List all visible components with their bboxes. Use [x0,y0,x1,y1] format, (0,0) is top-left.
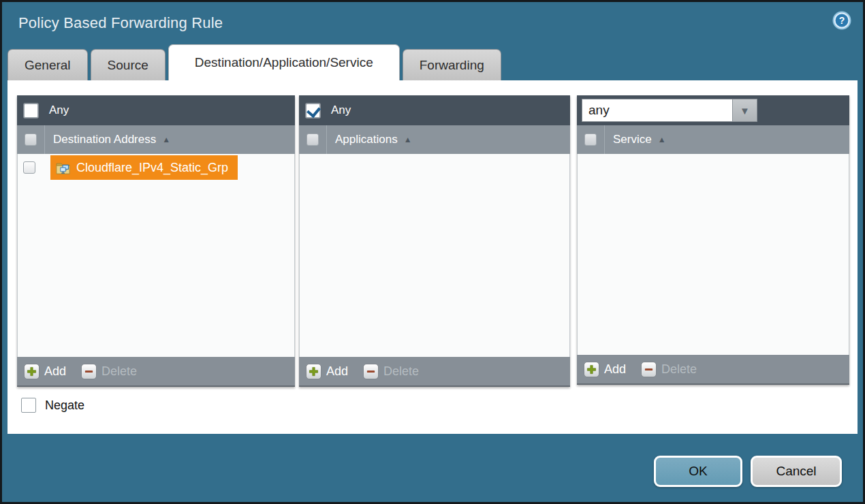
plus-icon [584,362,599,377]
service-header-label: Service [613,133,652,146]
sort-ascending-icon: ▲ [162,135,170,144]
destination-address-sort-header[interactable]: Destination Address ▲ [44,125,295,154]
applications-panel: Any Applications ▲ Add [299,95,570,387]
ok-button[interactable]: OK [654,456,742,487]
panels-container: Any Destination Address ▲ [7,80,858,387]
applications-any-label: Any [331,104,351,117]
service-sort-header[interactable]: Service ▲ [604,125,849,154]
dialog-title: Policy Based Forwarding Rule [18,14,223,32]
applications-header-label: Applications [335,133,398,146]
minus-icon [81,364,97,379]
service-select-all-checkbox[interactable] [584,133,597,146]
chevron-down-icon: ▼ [740,105,750,116]
svg-text:?: ? [839,15,845,26]
applications-footer-bar: Add Delete [299,357,570,387]
destination-address-row[interactable]: Cloudflare_IPv4_Static_Grp [18,154,294,181]
tab-general[interactable]: General [7,49,88,80]
destination-footer-bar: Add Delete [17,357,295,387]
selected-address-item[interactable]: Cloudflare_IPv4_Static_Grp [50,155,238,180]
destination-address-panel: Any Destination Address ▲ [17,95,295,387]
tab-content: Any Destination Address ▲ [7,80,858,434]
tab-source[interactable]: Source [91,49,166,80]
service-type-dropdown[interactable]: any ▼ [582,99,757,122]
plus-icon [24,364,40,379]
destination-any-checkbox[interactable] [24,104,38,118]
service-dropdown-value[interactable]: any [582,99,733,122]
sort-ascending-icon: ▲ [658,135,666,144]
service-panel: any ▼ Service ▲ [577,95,849,385]
destination-any-label: Any [49,104,69,117]
service-column-header: Service ▲ [577,125,849,154]
service-list [577,154,849,355]
tab-forwarding[interactable]: Forwarding [403,49,501,80]
applications-sort-header[interactable]: Applications ▲ [326,125,570,154]
service-add-button[interactable]: Add [584,362,626,377]
policy-based-forwarding-dialog: Policy Based Forwarding Rule ? General S… [0,0,865,504]
destination-header-label: Destination Address [53,133,156,146]
minus-icon [363,364,379,379]
negate-row: Negate [21,398,858,413]
sort-ascending-icon: ▲ [404,135,412,144]
address-item-label: Cloudflare_IPv4_Static_Grp [76,161,228,175]
applications-column-header: Applications ▲ [299,125,570,154]
minus-icon [641,362,657,377]
negate-label: Negate [45,398,84,413]
plus-icon [306,364,321,379]
destination-address-list: Cloudflare_IPv4_Static_Grp [17,154,295,357]
service-delete-button[interactable]: Delete [641,362,697,377]
service-footer-bar: Add Delete [577,355,849,385]
tab-bar: General Source Destination/Application/S… [7,44,501,80]
applications-list [299,154,570,357]
service-dropdown-bar: any ▼ [577,95,849,125]
applications-any-bar: Any [299,95,570,125]
applications-add-button[interactable]: Add [306,364,348,379]
title-bar: Policy Based Forwarding Rule ? [2,2,863,44]
destination-column-header: Destination Address ▲ [17,125,295,154]
applications-delete-button[interactable]: Delete [363,364,419,379]
address-group-icon [56,161,71,174]
cancel-button[interactable]: Cancel [751,456,842,487]
tab-destination-application-service[interactable]: Destination/Application/Service [168,44,400,80]
destination-add-button[interactable]: Add [24,364,66,379]
destination-any-bar: Any [17,95,295,125]
destination-delete-button[interactable]: Delete [81,364,137,379]
row-checkbox[interactable] [23,161,35,174]
applications-any-checkbox[interactable] [306,104,320,118]
dropdown-button[interactable]: ▼ [733,99,757,122]
help-icon[interactable]: ? [832,10,852,31]
negate-checkbox[interactable] [21,398,36,413]
destination-select-all-checkbox[interactable] [25,133,37,146]
applications-select-all-checkbox[interactable] [306,133,319,146]
